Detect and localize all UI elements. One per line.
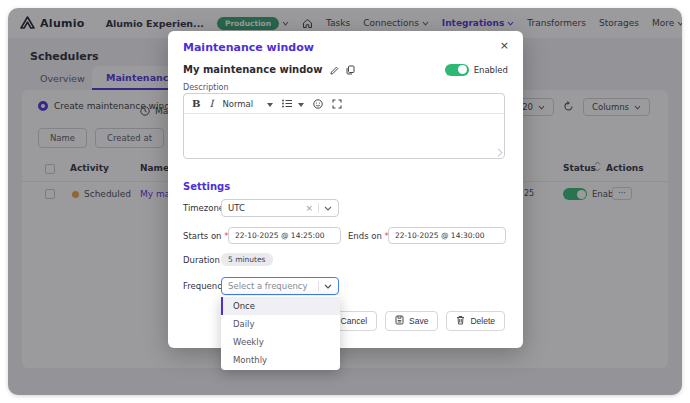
chevron-down-icon: [324, 203, 332, 213]
ends-on-label: Ends on *: [348, 231, 389, 241]
copy-icon[interactable]: [346, 60, 355, 79]
resize-handle-icon[interactable]: [495, 149, 503, 157]
duration-badge: 5 minutes: [221, 253, 273, 266]
app-window: Alumio Alumio Experien... Production Tas…: [8, 8, 682, 395]
frequency-option-once[interactable]: Once: [221, 297, 340, 315]
settings-heading: Settings: [183, 181, 230, 192]
screenshot: Alumio Alumio Experien... Production Tas…: [0, 0, 690, 403]
enabled-label: Enabled: [474, 65, 508, 75]
maintenance-name: My maintenance window: [183, 64, 322, 75]
italic-button[interactable]: I: [209, 98, 213, 109]
description-editor[interactable]: B I Normal: [183, 93, 505, 159]
description-label: Description: [183, 83, 229, 92]
list-button[interactable]: [282, 99, 304, 109]
chevron-down-icon: [324, 281, 332, 291]
starts-on-label: Starts on *: [183, 231, 228, 241]
trash-icon: [456, 315, 465, 327]
frequency-dropdown: Once Daily Weekly Monthly: [221, 296, 340, 370]
format-select[interactable]: Normal: [222, 99, 273, 109]
timezone-select[interactable]: UTC ×: [221, 199, 339, 217]
save-button[interactable]: Save: [385, 311, 438, 331]
caret-down-icon: [267, 99, 273, 109]
frequency-option-daily[interactable]: Daily: [221, 315, 340, 333]
enabled-toggle[interactable]: [445, 64, 469, 76]
modal-footer: × Cancel Save Delete: [320, 311, 505, 331]
caret-down-icon: [298, 99, 304, 109]
starts-on-input[interactable]: [228, 227, 341, 244]
edit-icon[interactable]: [330, 60, 339, 79]
emoji-button[interactable]: [313, 94, 323, 113]
description-input[interactable]: [184, 114, 504, 158]
modal-name-row: My maintenance window Enabled: [183, 60, 508, 79]
frequency-placeholder: Select a frequency: [228, 281, 313, 291]
duration-label: Duration: [183, 255, 220, 265]
close-icon[interactable]: ×: [500, 39, 509, 52]
divider: [318, 203, 319, 213]
editor-toolbar: B I Normal: [184, 94, 504, 114]
save-icon: [395, 315, 404, 327]
delete-button[interactable]: Delete: [446, 311, 505, 331]
frequency-option-monthly[interactable]: Monthly: [221, 351, 340, 369]
modal-title: Maintenance window: [183, 41, 314, 54]
modal-enabled-control: Enabled: [445, 64, 508, 76]
timezone-value: UTC: [228, 203, 305, 213]
clear-icon[interactable]: ×: [305, 203, 313, 213]
expand-icon[interactable]: [332, 94, 342, 113]
ends-on-input[interactable]: [388, 227, 506, 244]
frequency-select[interactable]: Select a frequency: [221, 277, 339, 295]
frequency-option-weekly[interactable]: Weekly: [221, 333, 340, 351]
divider: [318, 281, 319, 291]
bold-button[interactable]: B: [192, 98, 200, 109]
